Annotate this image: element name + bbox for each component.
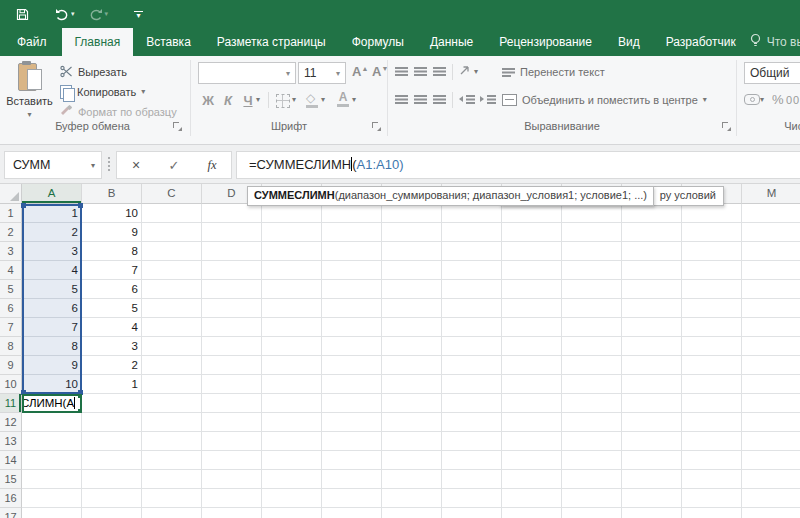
increase-indent-icon[interactable]	[480, 94, 496, 104]
grid-cell-B7[interactable]: 4	[82, 318, 142, 337]
range-handle-tl[interactable]	[21, 203, 26, 208]
bold-button[interactable]: Ж	[200, 90, 216, 110]
row-header-9[interactable]: 9	[0, 356, 22, 375]
copy-button[interactable]: Копировать ▾	[60, 84, 145, 100]
chevron-down-icon[interactable]: ▾	[281, 69, 295, 78]
row-header-11[interactable]: 11	[0, 394, 22, 413]
number-format-combo[interactable]: Общий	[744, 62, 800, 84]
borders-dropdown-icon[interactable]: ▾	[292, 96, 296, 104]
tab-developer[interactable]: Разработчик	[653, 28, 749, 56]
grid-cell-B9[interactable]: 2	[82, 356, 142, 375]
tell-me-box[interactable]: Что вы хо	[749, 28, 800, 56]
grid-cell-B1[interactable]: 10	[82, 204, 142, 223]
grid-cell-B3[interactable]: 8	[82, 242, 142, 261]
column-header-A[interactable]: A	[22, 184, 82, 204]
grid-cell-B10[interactable]: 1	[82, 375, 142, 394]
orientation-dropdown-icon[interactable]: ▾	[474, 68, 478, 76]
formula-input[interactable]: =СУММЕСЛИМН(A1:A10)	[236, 151, 800, 179]
ribbon-tabs: Файл Главная Вставка Разметка страницы Ф…	[0, 28, 800, 56]
active-cell-handle-br[interactable]	[78, 409, 82, 413]
cancel-icon[interactable]: ×	[117, 157, 155, 173]
font-name-combo[interactable]: ▾	[198, 62, 296, 84]
cut-button[interactable]: Вырезать	[60, 64, 127, 80]
active-cell-handle-tr[interactable]	[78, 394, 82, 398]
wrap-text-label: Перенести текст	[520, 66, 605, 78]
row-header-5[interactable]: 5	[0, 280, 22, 299]
row-header-13[interactable]: 13	[0, 432, 22, 451]
row-header-14[interactable]: 14	[0, 451, 22, 470]
row-header-7[interactable]: 7	[0, 318, 22, 337]
insert-function-icon[interactable]: fx	[193, 158, 231, 173]
decimal-button[interactable]: 00	[786, 94, 800, 106]
align-bottom-icon[interactable]	[433, 66, 446, 76]
copy-icon	[60, 85, 72, 99]
tab-home[interactable]: Главная	[62, 28, 134, 56]
row-header-12[interactable]: 12	[0, 413, 22, 432]
grid-cell-B5[interactable]: 6	[82, 280, 142, 299]
grow-font-button[interactable]: А▲	[352, 64, 368, 79]
tab-review[interactable]: Рецензирование	[486, 28, 605, 56]
decrease-indent-icon[interactable]	[459, 94, 475, 104]
undo-dropdown-icon[interactable]: ▾	[71, 10, 75, 18]
range-handle-tr[interactable]	[78, 203, 83, 208]
merge-center-button[interactable]: Объединить и поместить в центре ▾	[502, 92, 707, 108]
align-middle-icon[interactable]	[414, 66, 427, 76]
copy-dropdown-icon[interactable]: ▾	[141, 88, 145, 96]
column-header-C[interactable]: C	[142, 184, 202, 204]
tab-page-layout[interactable]: Разметка страницы	[204, 28, 339, 56]
row-header-4[interactable]: 4	[0, 261, 22, 280]
wrap-text-button[interactable]: Перенести текст	[502, 64, 605, 80]
excel-window: { "titlebar": { "icons": {"save": "flopp…	[0, 0, 800, 518]
editing-cell-text: СЛИМН(A	[22, 397, 74, 409]
grid-cell-B4[interactable]: 7	[82, 261, 142, 280]
grid-cell-B2[interactable]: 9	[82, 223, 142, 242]
row-header-2[interactable]: 2	[0, 223, 22, 242]
row-header-1[interactable]: 1	[0, 204, 22, 223]
name-box[interactable]: СУММ ▾	[4, 151, 102, 179]
alignment-dialog-launcher-icon[interactable]	[722, 122, 732, 132]
row-header-17[interactable]: 17	[0, 508, 22, 518]
tab-formulas[interactable]: Формулы	[339, 28, 417, 56]
align-center-icon[interactable]	[414, 94, 427, 104]
align-top-icon[interactable]	[395, 66, 408, 76]
save-button[interactable]	[16, 0, 29, 28]
row-header-16[interactable]: 16	[0, 489, 22, 508]
tab-insert[interactable]: Вставка	[133, 28, 204, 56]
underline-dropdown-icon[interactable]: ▾	[256, 96, 260, 104]
customize-qat-button[interactable]: ▾	[134, 0, 143, 28]
tab-data[interactable]: Данные	[417, 28, 486, 56]
merge-center-dropdown-icon[interactable]: ▾	[703, 96, 707, 104]
shrink-font-button[interactable]: А▼	[372, 64, 388, 79]
paste-dropdown-icon[interactable]: ▾	[27, 111, 31, 119]
active-cell[interactable]: СЛИМН(A	[22, 394, 82, 413]
name-box-dropdown-icon[interactable]: ▾	[85, 161, 101, 170]
row-header-6[interactable]: 6	[0, 299, 22, 318]
row-header-10[interactable]: 10	[0, 375, 22, 394]
underline-button[interactable]: Ч	[240, 90, 256, 110]
column-header-B[interactable]: B	[82, 184, 142, 204]
italic-button[interactable]: К	[220, 90, 236, 110]
enter-icon[interactable]: ✓	[155, 158, 193, 173]
grid-cell-B6[interactable]: 5	[82, 299, 142, 318]
chevron-down-icon[interactable]: ▾	[331, 69, 345, 78]
clipboard-dialog-launcher-icon[interactable]	[173, 122, 183, 132]
column-header-M[interactable]: M	[742, 184, 800, 204]
tab-file[interactable]: Файл	[2, 28, 62, 56]
borders-button[interactable]	[276, 94, 290, 110]
row-header-15[interactable]: 15	[0, 470, 22, 489]
align-left-icon[interactable]	[395, 94, 408, 104]
row-header-8[interactable]: 8	[0, 337, 22, 356]
select-all-corner[interactable]	[0, 184, 22, 204]
row-header-3[interactable]: 3	[0, 242, 22, 261]
accounting-format-button[interactable]	[744, 94, 760, 107]
orientation-button[interactable]	[459, 64, 471, 78]
align-right-icon[interactable]	[433, 94, 446, 104]
undo-button[interactable]: ▾	[55, 0, 75, 28]
tab-view[interactable]: Вид	[605, 28, 653, 56]
font-size-combo[interactable]: 11 ▾	[298, 62, 346, 84]
formula-bar-handle[interactable]	[108, 157, 110, 171]
percent-style-button[interactable]: %	[772, 92, 784, 107]
grid-cell-B8[interactable]: 3	[82, 337, 142, 356]
accounting-dropdown-icon[interactable]: ▾	[760, 96, 764, 104]
font-dialog-launcher-icon[interactable]	[372, 122, 382, 132]
